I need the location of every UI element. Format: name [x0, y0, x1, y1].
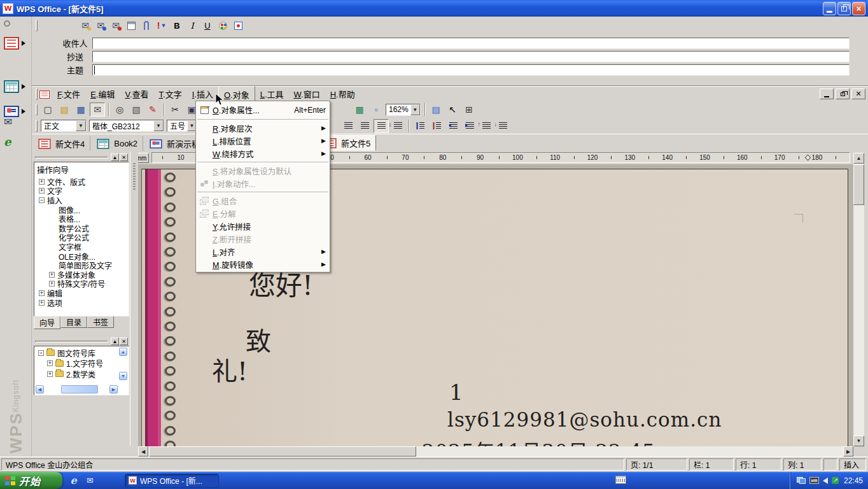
symbol-tree-item[interactable]: +1.文字符号	[36, 358, 117, 369]
toolbar-grip[interactable]	[36, 20, 38, 31]
panel-slider[interactable]	[35, 157, 108, 159]
document-tab-新文件4[interactable]: 新文件4	[32, 136, 90, 151]
collapse-icon[interactable]: −	[38, 350, 44, 356]
symbol-tree-item[interactable]: +2.数学类	[36, 369, 117, 379]
guide-tree-item[interactable]: 文字框	[36, 242, 129, 252]
menu-f-文件[interactable]: F.文件	[52, 86, 85, 103]
scrollbar-thumb[interactable]	[149, 446, 416, 457]
menubar-grip[interactable]	[36, 89, 38, 100]
justify-button[interactable]	[374, 119, 389, 133]
panel-splitter[interactable]	[130, 152, 138, 446]
guide-tree-item[interactable]: +编辑	[36, 288, 129, 298]
print-button[interactable]: ▧	[129, 103, 144, 117]
expand-arrow-icon[interactable]	[22, 41, 25, 46]
menu-item-对象层次[interactable]: R.对象层次▶	[196, 122, 330, 134]
size-combo[interactable]: 五号 ▼	[167, 120, 197, 132]
panel-tab-向导[interactable]: 向导	[34, 316, 60, 329]
scrollbar-thumb[interactable]	[853, 164, 864, 205]
close-panel-icon[interactable]: ✕	[120, 337, 128, 345]
symbol-tree-item[interactable]: −图文符号库	[36, 348, 117, 358]
new-mail-button[interactable]: ✉	[78, 19, 92, 32]
zoom-combo[interactable]: 162% ▼	[386, 104, 421, 116]
scroll-right-icon[interactable]: ▶	[109, 385, 118, 393]
expand-icon[interactable]: +	[49, 272, 55, 278]
open-button[interactable]: ▤	[57, 103, 72, 117]
vertical-scrollbar[interactable]: ▲ ▼	[853, 153, 864, 446]
collapse-icon[interactable]: −	[39, 197, 45, 203]
guide-tree-item[interactable]: +多媒体对象	[36, 270, 129, 280]
scroll-up-icon[interactable]: ▲	[853, 153, 864, 164]
italic-button[interactable]: I	[185, 19, 199, 32]
table-select-button[interactable]: ⊞	[461, 103, 477, 117]
space-before-button[interactable]	[479, 119, 494, 133]
expand-icon[interactable]: +	[39, 179, 45, 185]
guide-tree-item[interactable]: OLE对象...	[36, 252, 129, 261]
scroll-up-icon[interactable]: ▲	[119, 348, 127, 356]
print-preview-button[interactable]: ◎	[112, 103, 127, 117]
insert-image-button[interactable]: ▩	[352, 103, 367, 117]
mail-field-input[interactable]	[92, 38, 850, 49]
menu-item-对齐[interactable]: L.对齐▶	[196, 245, 330, 258]
outlook-icon[interactable]: ✉	[85, 475, 95, 486]
guide-tree-item[interactable]: +文字	[36, 187, 129, 196]
volume-icon[interactable]	[823, 478, 828, 484]
scroll-down-icon[interactable]: ▼	[119, 372, 127, 380]
guide-tree-item[interactable]: 数学公式	[36, 223, 129, 233]
expand-arrow-icon[interactable]	[22, 109, 25, 114]
vmware-icon[interactable]: vm	[809, 477, 819, 484]
updater-icon[interactable]: ↗	[832, 477, 839, 484]
chevron-down-icon[interactable]: ▼	[410, 104, 420, 115]
collapse-icon[interactable]: ▲	[111, 153, 119, 161]
underline-button[interactable]: U	[200, 19, 214, 32]
guide-tree-item[interactable]: +选项	[36, 298, 129, 308]
panel-slider[interactable]	[35, 341, 108, 343]
font-color-button[interactable]	[216, 19, 230, 32]
scroll-left-icon[interactable]: ◀	[138, 446, 148, 457]
panel-tab-目录[interactable]: 目录	[60, 316, 87, 328]
browser-launcher[interactable]: e	[4, 136, 11, 148]
guide-tree-item[interactable]: 表格...	[36, 214, 129, 223]
presentation-launcher[interactable]	[4, 106, 25, 117]
panel-tab-书签[interactable]: 书签	[87, 316, 114, 328]
menu-item-排版位置[interactable]: L.排版位置▶	[196, 134, 330, 147]
send-receive-button[interactable]: ✉	[94, 19, 108, 32]
horizontal-scrollbar[interactable]: ◀ ▶	[138, 446, 853, 457]
close-panel-icon[interactable]: ✕	[120, 153, 128, 161]
doc-minimize-button[interactable]	[820, 89, 834, 99]
priority-high-button[interactable]: !▼	[155, 19, 169, 32]
toolbar-grip[interactable]	[36, 104, 38, 115]
document-tab-Book2[interactable]: Book2	[90, 136, 143, 151]
numbering-button[interactable]	[429, 119, 444, 133]
save-draft-button[interactable]	[124, 19, 138, 32]
align-right-button[interactable]	[357, 119, 372, 133]
spreadsheet-launcher[interactable]	[4, 80, 25, 93]
style-combo[interactable]: 正文 ▼	[41, 120, 87, 132]
scroll-left-icon[interactable]: ◀	[36, 385, 44, 393]
expand-icon[interactable]: +	[47, 360, 53, 366]
menu-e-编辑[interactable]: E.编辑	[85, 86, 120, 103]
decrease-indent-button[interactable]	[445, 119, 461, 133]
new-document-button[interactable]: ▢	[40, 103, 55, 117]
doc-restore-button[interactable]	[836, 89, 850, 99]
expand-icon[interactable]: +	[47, 371, 53, 377]
scroll-down-icon[interactable]: ▼	[853, 436, 864, 446]
toolbar-grip[interactable]	[36, 120, 38, 132]
indent-marker[interactable]	[805, 155, 811, 161]
align-center-button[interactable]	[340, 119, 356, 133]
mail-view-button[interactable]: ✉	[90, 103, 105, 117]
expand-icon[interactable]: +	[39, 188, 45, 194]
cut-button[interactable]: ✂	[167, 103, 183, 117]
guide-tree-item[interactable]: 化学公式	[36, 233, 129, 243]
increase-indent-button[interactable]	[462, 119, 477, 133]
chevron-down-icon[interactable]: ▼	[76, 120, 86, 131]
pin-launcher[interactable]	[4, 20, 10, 27]
insert-frame-button[interactable]: ▫	[368, 103, 384, 117]
mail-field-input[interactable]	[92, 51, 850, 62]
collapse-icon[interactable]: ▲	[111, 337, 119, 345]
object-properties-button[interactable]: ▤	[428, 103, 444, 117]
select-object-button[interactable]: ↖	[445, 103, 460, 117]
chevron-down-icon[interactable]: ▼	[153, 120, 164, 131]
menu-t-文字[interactable]: T.文字	[154, 86, 187, 103]
expand-icon[interactable]: +	[49, 281, 55, 287]
guide-tree-item[interactable]: +特殊文字/符号	[36, 280, 129, 289]
